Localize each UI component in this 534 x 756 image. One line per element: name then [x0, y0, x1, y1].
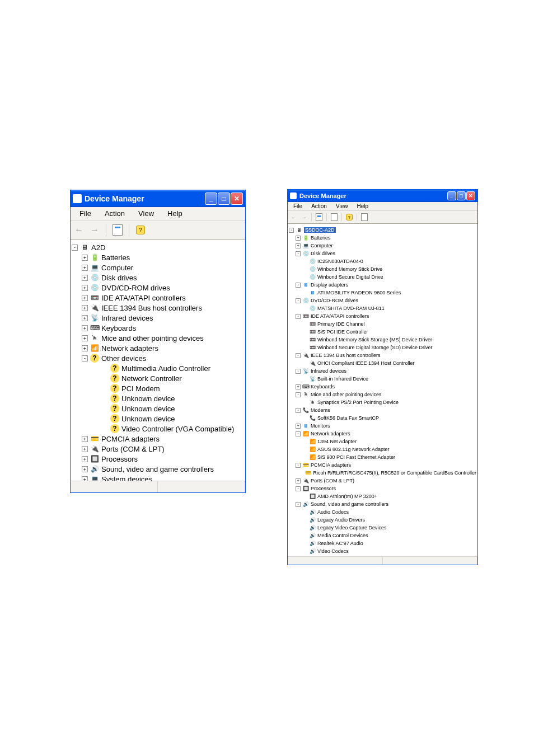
menu-help[interactable]: Help — [161, 208, 189, 219]
tree-item[interactable]: Built-in Infrared Device — [289, 375, 476, 383]
menu-help[interactable]: Help — [352, 203, 373, 210]
tree-item[interactable]: -IDE ATA/ATAPI controllers — [289, 312, 476, 320]
expand-icon[interactable]: + — [82, 285, 88, 291]
expand-icon[interactable]: + — [82, 436, 88, 442]
scan-button[interactable] — [360, 213, 368, 221]
expand-icon[interactable]: + — [82, 335, 88, 341]
tree-item[interactable]: Audio Codecs — [289, 508, 476, 516]
tree-item[interactable]: ASUS 802.11g Network Adapter — [289, 445, 476, 453]
menu-file[interactable]: File — [289, 203, 307, 210]
expand-icon[interactable]: + — [296, 384, 301, 389]
maximize-button[interactable]: □ — [457, 191, 466, 200]
collapse-icon[interactable]: - — [296, 486, 301, 491]
expand-icon[interactable]: + — [296, 424, 301, 429]
tree-item[interactable]: -Mice and other pointing devices — [289, 391, 476, 398]
tree-item[interactable]: +DVD/CD-ROM drives — [72, 283, 244, 293]
tree-item[interactable]: Multimedia Audio Controller — [72, 363, 244, 373]
tree-item[interactable]: -Other devices — [72, 353, 244, 363]
tree-item[interactable]: -Display adapters — [289, 281, 476, 289]
collapse-icon[interactable]: - — [296, 463, 301, 468]
tree-item[interactable]: IC25N030ATDA04-0 — [289, 257, 476, 265]
collapse-icon[interactable]: - — [296, 353, 301, 358]
properties-button[interactable] — [315, 213, 323, 221]
minimize-button[interactable]: _ — [447, 191, 456, 200]
collapse-icon[interactable]: - — [296, 392, 301, 397]
expand-icon[interactable]: + — [82, 255, 88, 261]
tree-item[interactable]: Winbond Memory Stick Drive — [289, 265, 476, 273]
collapse-icon[interactable]: - — [296, 314, 301, 319]
tree-item[interactable]: SoftK56 Data Fax SmartCP — [289, 414, 476, 422]
expand-icon[interactable]: + — [296, 243, 301, 248]
tree-item[interactable]: AMD Athlon(tm) MP 3200+ — [289, 492, 476, 500]
menu-view[interactable]: View — [331, 203, 353, 210]
close-button[interactable]: ✕ — [466, 191, 475, 200]
tree-item[interactable]: MATSHITA DVD-RAM UJ-811 — [289, 304, 476, 312]
expand-icon[interactable]: + — [296, 236, 301, 241]
tree-item[interactable]: Winbond Secure Digital Storage (SD) Devi… — [289, 344, 476, 351]
collapse-icon[interactable]: - — [296, 283, 301, 288]
tree-item[interactable]: +PCMCIA adapters — [72, 434, 244, 444]
expand-icon[interactable]: + — [296, 478, 301, 483]
collapse-icon[interactable]: - — [289, 228, 294, 233]
device-tree[interactable]: - SSDOC-A2D +Batteries+Computer-Disk dri… — [288, 224, 477, 556]
device-tree[interactable]: - A2D +Batteries+Computer+Disk drives+DV… — [71, 240, 245, 481]
tree-item[interactable]: +Ports (COM & LPT) — [72, 444, 244, 454]
maximize-button[interactable]: □ — [218, 192, 230, 205]
menu-action[interactable]: Action — [98, 208, 132, 219]
tree-item[interactable]: 1394 Net Adapter — [289, 438, 476, 445]
tree-item[interactable]: +Infrared devices — [72, 313, 244, 323]
expand-icon[interactable]: + — [82, 456, 88, 462]
tree-item[interactable]: Unknown device — [72, 403, 244, 414]
collapse-icon[interactable]: - — [296, 408, 301, 413]
menu-action[interactable]: Action — [307, 203, 331, 210]
tree-item[interactable]: SiS PCI IDE Controller — [289, 328, 476, 336]
tree-root[interactable]: - SSDOC-A2D — [289, 226, 476, 234]
tree-item[interactable]: +Keyboards — [72, 323, 244, 333]
tree-item[interactable]: Video Codecs — [289, 547, 476, 555]
titlebar[interactable]: Device Manager _ □ ✕ — [71, 190, 245, 207]
expand-icon[interactable]: + — [82, 265, 88, 271]
expand-icon[interactable]: + — [82, 275, 88, 281]
tree-item[interactable]: -PCMCIA adapters — [289, 461, 476, 469]
collapse-icon[interactable]: - — [72, 245, 78, 251]
print-button[interactable] — [330, 213, 338, 221]
tree-item[interactable]: -Processors — [289, 485, 476, 492]
tree-item[interactable]: +Computer — [72, 262, 244, 273]
tree-item[interactable]: Unknown device — [72, 393, 244, 403]
tree-item[interactable]: +Mice and other pointing devices — [72, 333, 244, 343]
tree-item[interactable]: Video Controller (VGA Compatible) — [72, 424, 244, 434]
menu-view[interactable]: View — [132, 208, 161, 219]
tree-item[interactable]: -Sound, video and game controllers — [289, 500, 476, 508]
close-button[interactable]: ✕ — [231, 192, 243, 205]
expand-icon[interactable]: + — [82, 305, 88, 311]
tree-item[interactable]: Winbond Secure Digital Drive — [289, 273, 476, 281]
titlebar[interactable]: Device Manager _ □ ✕ — [288, 190, 477, 202]
tree-item[interactable]: Ricoh R/RL/RT/RC/5C475(II), R5C520 or Co… — [289, 469, 476, 477]
help-button[interactable]: ? — [134, 224, 147, 236]
tree-item[interactable]: -Disk drives — [289, 250, 476, 257]
tree-item[interactable]: Network Controller — [72, 373, 244, 383]
tree-item[interactable]: +Processors — [72, 454, 244, 464]
expand-icon[interactable]: + — [82, 446, 88, 452]
expand-icon[interactable]: + — [82, 476, 88, 481]
tree-item[interactable]: +Batteries — [289, 234, 476, 242]
expand-icon[interactable]: + — [82, 315, 88, 321]
tree-item[interactable]: -Modems — [289, 406, 476, 414]
collapse-icon[interactable]: - — [296, 369, 301, 374]
tree-item[interactable]: Unknown device — [72, 414, 244, 424]
tree-item[interactable]: Media Control Devices — [289, 532, 476, 539]
tree-item[interactable]: +Keyboards — [289, 383, 476, 391]
tree-item[interactable]: +Computer — [289, 242, 476, 250]
tree-root[interactable]: - A2D — [72, 242, 244, 252]
minimize-button[interactable]: _ — [205, 192, 217, 205]
tree-item[interactable]: Winbond Memory Stick Storage (MS) Device… — [289, 336, 476, 344]
collapse-icon[interactable]: - — [296, 251, 301, 256]
tree-item[interactable]: -DVD/CD-ROM drives — [289, 297, 476, 304]
tree-item[interactable]: Synaptics PS/2 Port Pointing Device — [289, 398, 476, 406]
collapse-icon[interactable]: - — [296, 298, 301, 303]
tree-item[interactable]: OHCI Compliant IEEE 1394 Host Controller — [289, 359, 476, 367]
collapse-icon[interactable]: - — [82, 355, 88, 361]
tree-item[interactable]: +Ports (COM & LPT) — [289, 477, 476, 485]
properties-button[interactable] — [111, 224, 124, 236]
tree-item[interactable]: Primary IDE Channel — [289, 320, 476, 328]
